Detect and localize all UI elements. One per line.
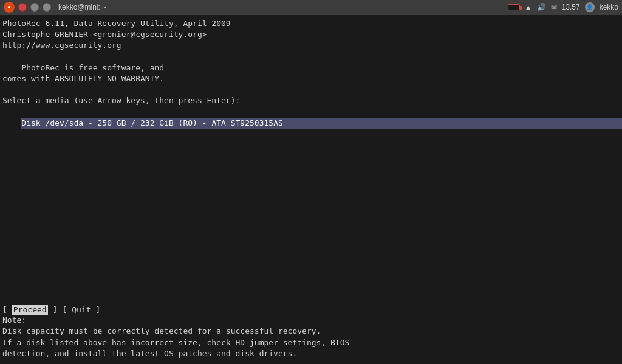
wifi-icon: ▲ bbox=[525, 3, 532, 12]
proceed-button[interactable]: Proceed bbox=[12, 305, 48, 315]
proceed-bracket-right: ] bbox=[53, 305, 58, 315]
disk-selection[interactable]: Disk /dev/sda - 250 GB / 232 GiB (RO) - … bbox=[21, 118, 622, 129]
action-buttons: [ Proceed ] [ Quit ] bbox=[0, 305, 103, 315]
terminal-line-6: comes with ABSOLUTELY NO WARRANTY. bbox=[2, 73, 620, 84]
note-line-2: If a disk listed above has incorrect siz… bbox=[2, 337, 349, 348]
quit-bracket-right: ] bbox=[96, 305, 101, 315]
username-label: kekko bbox=[600, 3, 618, 12]
user-icon: 👤 bbox=[585, 2, 595, 12]
svg-point-1 bbox=[8, 6, 10, 8]
titlebar: kekko@mini: ~ ▲ 🔊 ✉ 13.57 👤 kekko bbox=[0, 0, 622, 15]
proceed-bracket-left: [ bbox=[2, 305, 7, 315]
ubuntu-logo-icon bbox=[4, 2, 15, 13]
clock: 13.57 bbox=[562, 3, 580, 12]
envelope-icon: ✉ bbox=[551, 3, 557, 12]
titlebar-left: kekko@mini: ~ bbox=[4, 2, 106, 13]
sound-icon: 🔊 bbox=[537, 3, 546, 12]
notes-section: Note: Disk capacity must be correctly de… bbox=[2, 315, 349, 359]
terminal-line-2: Christophe GRENIER <grenier@cgsecurity.o… bbox=[2, 29, 620, 40]
terminal-line-7 bbox=[2, 84, 620, 95]
terminal-disk-item[interactable]: Disk /dev/sda - 250 GB / 232 GiB (RO) - … bbox=[2, 107, 620, 140]
terminal-line-4 bbox=[2, 52, 620, 62]
quit-bracket-left: [ bbox=[62, 305, 67, 315]
window-close-button[interactable] bbox=[18, 3, 27, 12]
terminal-select-prompt: Select a media (use Arrow keys, then pre… bbox=[2, 95, 620, 106]
battery-icon bbox=[508, 4, 520, 10]
quit-button[interactable]: Quit bbox=[72, 305, 91, 315]
note-label: Note: bbox=[2, 315, 349, 326]
note-line-1: Disk capacity must be correctly detected… bbox=[2, 326, 349, 337]
titlebar-right: ▲ 🔊 ✉ 13.57 👤 kekko bbox=[508, 2, 618, 12]
window-title: kekko@mini: ~ bbox=[58, 3, 106, 12]
window-maximize-button[interactable] bbox=[43, 3, 51, 12]
terminal-line-5: PhotoRec is free software, and bbox=[2, 62, 620, 73]
terminal-line-1: PhotoRec 6.11, Data Recovery Utility, Ap… bbox=[2, 18, 620, 29]
terminal-window: PhotoRec 6.11, Data Recovery Utility, Ap… bbox=[0, 15, 622, 364]
note-line-3: detection, and install the latest OS pat… bbox=[2, 348, 349, 359]
terminal-line-3: http://www.cgsecurity.org bbox=[2, 40, 620, 51]
window-minimize-button[interactable] bbox=[30, 3, 39, 12]
